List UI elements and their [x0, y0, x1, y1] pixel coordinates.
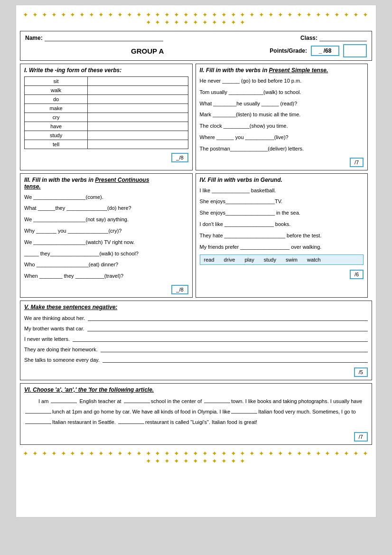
- section-3-title: III. Fill in with the verbs in Present C…: [24, 177, 188, 190]
- neg-sentence-text: We are thinking about her.: [24, 315, 85, 321]
- table-row: have: [25, 122, 188, 131]
- grade-box: [343, 44, 367, 57]
- section-4-wordbank: readdriveplaystudyswimwatch: [200, 254, 364, 265]
- row-3-4: III. Fill in with the verbs in Present C…: [20, 173, 372, 298]
- table-row: study: [25, 131, 188, 140]
- neg-sentence-text: I never write letters.: [24, 336, 70, 342]
- section-1-title: I. Write the -ing form of these verbs:: [24, 67, 188, 74]
- list-item: We __________________(not say) anything.: [24, 215, 188, 225]
- list-item: The clock _________(show) you time.: [200, 122, 364, 131]
- list-item: He never ______ (go) to bed before 10 p.…: [200, 76, 364, 86]
- section-4-title: IV. Fill in with verbs in Gerund.: [200, 177, 364, 183]
- neg-sentence-text: My brother wants that car.: [24, 326, 84, 331]
- section-1-score: _/8: [171, 153, 188, 162]
- list-item: I like _____________ basketball.: [200, 186, 364, 196]
- table-row: make: [25, 104, 188, 113]
- name-field: Name:: [25, 34, 163, 41]
- star-border-top: ✦ ✦ ✦ ✦ ✦ ✦ ✦ ✦ ✦ ✦ ✦ ✦ ✦ ✦ ✦ ✦ ✦ ✦ ✦ ✦ …: [20, 9, 372, 28]
- neg-blank: [101, 345, 368, 352]
- section-6-score: /7: [354, 432, 368, 442]
- points-box: _ /68: [311, 46, 339, 56]
- word-bank-item: study: [264, 257, 276, 263]
- neg-blank: [87, 324, 368, 331]
- list-item: We are thinking about her.: [24, 313, 368, 321]
- word-bank-item: watch: [307, 257, 321, 263]
- table-row: walk: [25, 86, 188, 95]
- section-4-score: /6: [350, 270, 364, 279]
- section-6: VI. Choose 'a', 'an',' the 'for the foll…: [20, 383, 372, 445]
- verb-table: sit walk do make cry have: [24, 76, 188, 149]
- list-item: She talks to someone every day.: [24, 355, 368, 363]
- list-item: _____ they_________________(walk) to sch…: [24, 249, 188, 259]
- section-6-title: VI. Choose 'a', 'an',' the 'for the foll…: [24, 386, 368, 393]
- section-2-sentences: He never ______ (go) to bed before 10 p.…: [200, 76, 364, 154]
- section-3-score: _/8: [171, 285, 188, 294]
- group-title: GROUP A: [25, 47, 270, 55]
- list-item: We __________________(come).: [24, 193, 188, 202]
- section-5-score: /5: [354, 367, 368, 377]
- points-area: Points/Grade: _ /68: [270, 44, 367, 57]
- points-label: Points/Grade:: [270, 47, 307, 54]
- name-label: Name:: [25, 35, 43, 41]
- list-item: What ________he usually ______ (read)?: [200, 99, 364, 109]
- list-item: What ______they ______________(do) here?: [24, 204, 188, 213]
- table-row: tell: [25, 140, 188, 149]
- class-line: [319, 34, 367, 41]
- list-item: I never write letters.: [24, 334, 368, 342]
- section-2: II. Fill in with the verbs in Present Si…: [196, 64, 368, 170]
- section-2-score: /7: [350, 158, 364, 167]
- list-item: I don't like _________________ books.: [200, 220, 364, 229]
- list-item: Tom usually ____________(walk) to school…: [200, 88, 364, 97]
- section-5: V. Make these sentences negative: We are…: [20, 301, 372, 380]
- section-3-sentences: We __________________(come).What ______t…: [24, 193, 188, 281]
- section-3: III. Fill in with the verbs in Present C…: [20, 173, 193, 298]
- section-1: I. Write the -ing form of these verbs: s…: [20, 64, 193, 170]
- section-5-title: V. Make these sentences negative:: [24, 304, 368, 310]
- list-item: They are doing their homework.: [24, 345, 368, 352]
- neg-blank: [88, 313, 368, 321]
- neg-sentence-text: They are doing their homework.: [24, 347, 98, 352]
- name-line: [45, 34, 163, 41]
- list-item: When ________ they __________(travel)?: [24, 272, 188, 281]
- section-6-text: I am English teacher at school in the ce…: [24, 396, 368, 427]
- list-item: My friends prefer _________________ over…: [200, 243, 364, 252]
- class-label: Class:: [300, 35, 317, 41]
- section-4-sentences: I like _____________ basketball.She enjo…: [200, 186, 364, 252]
- word-bank-item: read: [204, 257, 215, 263]
- word-bank-item: drive: [224, 257, 235, 263]
- class-field: Class:: [300, 34, 367, 41]
- table-row: sit: [25, 77, 188, 86]
- section-2-title: II. Fill in with the verbs in Present Si…: [200, 67, 364, 74]
- row-1-2: I. Write the -ing form of these verbs: s…: [20, 64, 372, 170]
- list-item: We __________________(watch) TV right no…: [24, 238, 188, 247]
- list-item: Mark ________(listen) to music all the t…: [200, 110, 364, 120]
- neg-sentence-text: She talks to someone every day.: [24, 357, 100, 363]
- neg-blank: [73, 334, 368, 342]
- list-item: They hate _____________________ before t…: [200, 231, 364, 241]
- table-row: cry: [25, 113, 188, 122]
- header-section: Name: Class: GROUP A Points/Grade: _ /68: [20, 31, 372, 61]
- list-item: She enjoys_________________ in the sea.: [200, 208, 364, 218]
- list-item: Who __________________(eat) dinner?: [24, 260, 188, 270]
- neg-blank: [103, 355, 368, 363]
- list-item: My brother wants that car.: [24, 324, 368, 331]
- table-row: do: [25, 95, 188, 104]
- star-border-bottom: ✦ ✦ ✦ ✦ ✦ ✦ ✦ ✦ ✦ ✦ ✦ ✦ ✦ ✦ ✦ ✦ ✦ ✦ ✦ ✦ …: [20, 448, 372, 467]
- list-item: The postman_____________(deliver) letter…: [200, 144, 364, 154]
- word-bank-item: play: [244, 257, 254, 263]
- word-bank-item: swim: [286, 257, 298, 263]
- list-item: She enjoys_________________TV.: [200, 197, 364, 207]
- list-item: Why _______ you ______________(cry)?: [24, 226, 188, 236]
- section-4: IV. Fill in with verbs in Gerund. I like…: [196, 173, 368, 298]
- list-item: Where ______ you __________(live)?: [200, 133, 364, 142]
- section-5-sentences: We are thinking about her.My brother wan…: [24, 313, 368, 363]
